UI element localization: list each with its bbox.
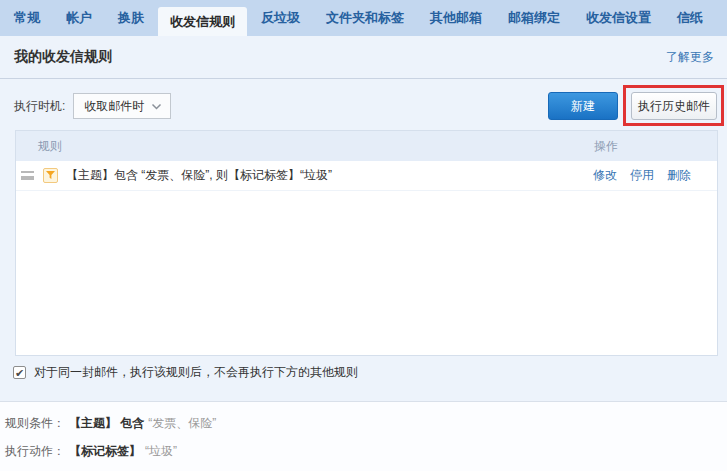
- rules-table: 规则 操作 【主题】包含 “发票、保险”, 则【标记标签】“垃圾” 修改 停用 …: [15, 130, 718, 356]
- toolbar-buttons: 新建 执行历史邮件: [548, 92, 717, 120]
- rule-condition-value: “发票、保险”: [148, 416, 216, 430]
- tab-skin[interactable]: 换肤: [118, 0, 144, 36]
- rule-action-field: 【标记标签】: [69, 444, 141, 458]
- delete-rule-link[interactable]: 删除: [667, 167, 691, 184]
- mail-settings-page: 常规 帐户 换肤 收发信规则 反垃圾 文件夹和标签 其他邮箱 邮箱绑定 收发信设…: [0, 0, 727, 471]
- tab-antispam[interactable]: 反垃圾: [261, 0, 300, 36]
- tab-stationery[interactable]: 信纸: [677, 0, 703, 36]
- rule-action-label: 执行动作：: [5, 444, 65, 458]
- stop-other-rules-checkbox[interactable]: ✔: [13, 366, 26, 379]
- new-rule-button[interactable]: 新建: [548, 92, 618, 120]
- settings-tabbar: 常规 帐户 换肤 收发信规则 反垃圾 文件夹和标签 其他邮箱 邮箱绑定 收发信设…: [0, 0, 727, 36]
- rule-column-header: 规则: [38, 131, 62, 161]
- tab-folders-labels[interactable]: 文件夹和标签: [326, 0, 404, 36]
- rule-action-line: 执行动作：【标记标签】“垃圾”: [5, 443, 727, 460]
- section-header: 我的收发信规则 了解更多: [0, 36, 727, 78]
- rule-condition-field: 【主题】 包含: [69, 416, 144, 430]
- modify-rule-link[interactable]: 修改: [593, 167, 617, 184]
- rule-action-value: “垃圾”: [145, 444, 177, 458]
- drag-handle-icon[interactable]: [21, 171, 34, 180]
- timing-select-value: 收取邮件时: [84, 98, 144, 115]
- tab-account[interactable]: 帐户: [66, 0, 92, 36]
- rule-condition-line: 规则条件：【主题】 包含“发票、保险”: [5, 415, 727, 432]
- run-history-mail-button[interactable]: 执行历史邮件: [631, 92, 717, 120]
- stop-other-rules-label: 对于同一封邮件，执行该规则后，不会再执行下方的其他规则: [34, 364, 358, 381]
- timing-select[interactable]: 收取邮件时: [73, 93, 171, 119]
- tab-send-receive-settings[interactable]: 收发信设置: [586, 0, 651, 36]
- page-title: 我的收发信规则: [14, 48, 112, 66]
- tab-other-mailboxes[interactable]: 其他邮箱: [430, 0, 482, 36]
- history-button-wrap: 执行历史邮件: [631, 92, 717, 120]
- timing-label: 执行时机:: [14, 98, 65, 115]
- funnel-filter-icon: [43, 168, 58, 183]
- learn-more-link[interactable]: 了解更多: [666, 49, 714, 66]
- tab-mailbox-binding[interactable]: 邮箱绑定: [508, 0, 560, 36]
- rules-toolbar: 执行时机: 收取邮件时 新建 执行历史邮件: [0, 79, 727, 120]
- rule-summary: 规则条件：【主题】 包含“发票、保险” 执行动作：【标记标签】“垃圾”: [0, 401, 727, 471]
- disable-rule-link[interactable]: 停用: [630, 167, 654, 184]
- chevron-down-icon: [151, 99, 162, 113]
- rule-row: 【主题】包含 “发票、保险”, 则【标记标签】“垃圾” 修改 停用 删除: [16, 161, 717, 191]
- tab-mail-rules[interactable]: 收发信规则: [158, 7, 247, 36]
- rules-table-header: 规则 操作: [16, 131, 717, 161]
- rule-description: 【主题】包含 “发票、保险”, 则【标记标签】“垃圾”: [66, 167, 332, 184]
- tab-general[interactable]: 常规: [14, 0, 40, 36]
- rules-content: 我的收发信规则 了解更多 执行时机: 收取邮件时 新建 执行历史邮件: [0, 36, 727, 401]
- stop-other-rules-row: ✔ 对于同一封邮件，执行该规则后，不会再执行下方的其他规则: [0, 364, 727, 381]
- rule-row-actions: 修改 停用 删除: [593, 167, 691, 184]
- rule-condition-label: 规则条件：: [5, 416, 65, 430]
- action-column-header: 操作: [594, 131, 618, 161]
- rules-table-body: 【主题】包含 “发票、保险”, 则【标记标签】“垃圾” 修改 停用 删除: [16, 161, 717, 355]
